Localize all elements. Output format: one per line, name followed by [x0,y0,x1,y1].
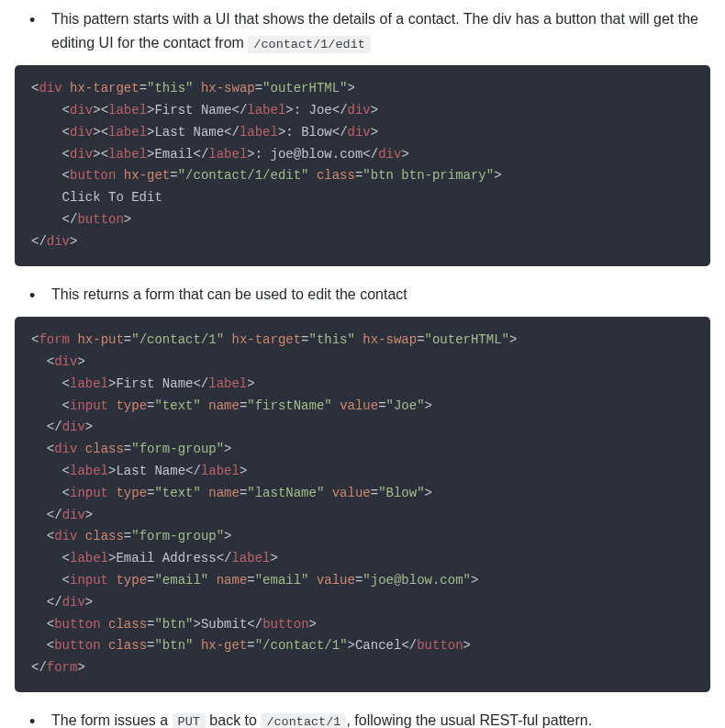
inline-code: /contact/1/edit [248,36,371,53]
bullet-list-3: The form issues a PUT back to /contact/1… [15,709,710,728]
bullet-item-3: The form issues a PUT back to /contact/1… [40,709,710,728]
bullet-text: The form issues a [51,712,173,728]
code-block-2: <form hx-put="/contact/1" hx-target="thi… [15,317,710,692]
bullet-text: back to [206,712,261,728]
inline-code: /contact/1 [261,713,346,728]
inline-code: PUT [173,713,206,728]
bullet-item-1: This pattern starts with a UI that shows… [40,7,710,54]
bullet-list-2: This returns a form that can be used to … [15,283,710,307]
bullet-item-2: This returns a form that can be used to … [40,283,710,307]
bullet-list-1: This pattern starts with a UI that shows… [15,7,710,54]
bullet-text: This pattern starts with a UI that shows… [51,11,698,50]
bullet-text: This returns a form that can be used to … [51,286,407,302]
code-block-1: <div hx-target="this" hx-swap="outerHTML… [15,65,710,265]
bullet-text: , following the usual REST-ful pattern. [346,712,592,728]
